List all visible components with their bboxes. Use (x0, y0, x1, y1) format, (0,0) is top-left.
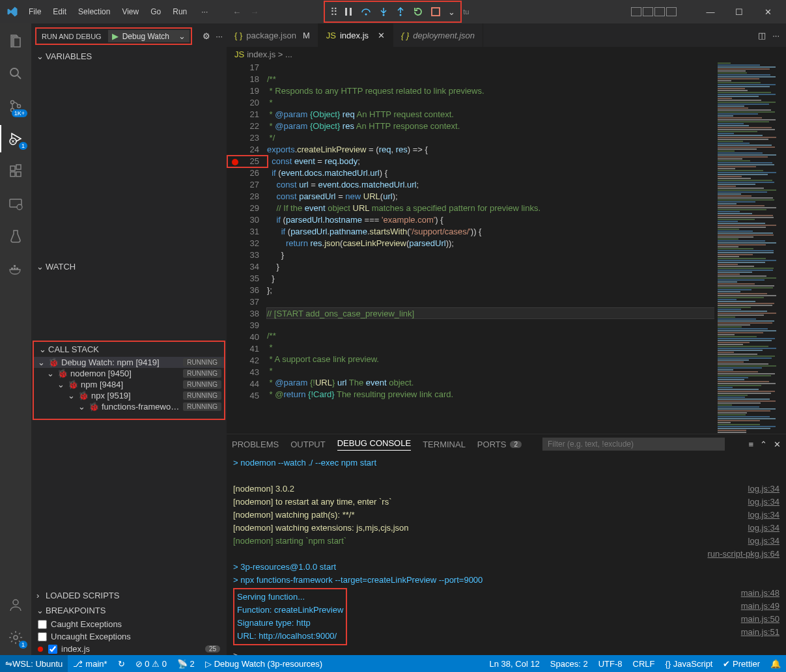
ports-status[interactable]: 📡 2 (172, 655, 200, 672)
remote-indicator[interactable]: ⇋WSL: Ubuntu (0, 655, 68, 672)
code-body[interactable]: /** * Responds to any HTTP request relat… (264, 62, 714, 434)
minimap[interactable] (714, 62, 786, 434)
layout-customize-icon[interactable] (666, 7, 677, 16)
bp-caught-checkbox[interactable] (38, 620, 47, 629)
panel-close-icon[interactable]: ✕ (774, 440, 781, 449)
call-stack-section: ⌄CALL STACK ⌄🐞Debug Watch: npm [9419]RUN… (33, 341, 225, 420)
tab-index-js[interactable]: JSindex.js✕ (318, 23, 393, 47)
bp-file-row[interactable]: index.js25 (31, 643, 227, 655)
encoding[interactable]: UTF-8 (593, 659, 628, 669)
bp-file-checkbox[interactable] (48, 645, 57, 654)
callstack-body: ⌄🐞Debug Watch: npm [9419]RUNNING⌄🐞nodemo… (34, 357, 224, 412)
start-debug-icon[interactable]: ▶ (112, 31, 119, 41)
stop-icon[interactable] (431, 7, 440, 16)
menu-view[interactable]: View (117, 5, 144, 19)
breakpoints-header[interactable]: ⌄BREAKPOINTS (31, 603, 227, 618)
panel-tab-problems[interactable]: PROBLEMS (232, 440, 279, 449)
settings-icon[interactable]: 1 (0, 624, 31, 651)
step-into-icon[interactable] (379, 7, 388, 16)
svg-point-17 (17, 204, 22, 210)
layout-right-icon[interactable] (654, 7, 665, 16)
callstack-row[interactable]: ⌄🐞npx [9519]RUNNING (34, 390, 224, 401)
remote-explorer-icon[interactable] (0, 190, 31, 217)
loaded-scripts-header[interactable]: ›LOADED SCRIPTS (31, 588, 227, 603)
menu-go[interactable]: Go (145, 5, 166, 19)
cursor-position[interactable]: Ln 38, Col 12 (484, 659, 545, 669)
tab-deployment-json[interactable]: { }deployment.json (393, 23, 483, 47)
menu-run[interactable]: Run (167, 5, 192, 19)
panel-tab-output[interactable]: OUTPUT (290, 440, 325, 449)
bp-uncaught-exceptions[interactable]: Uncaught Exceptions (31, 630, 227, 643)
launch-config-dropdown[interactable]: ▶ Debug Watch ⌄ (108, 30, 189, 42)
code-editor[interactable]: 1718192021222324252627282930313233343536… (227, 62, 786, 434)
bp-caught-exceptions[interactable]: Caught Exceptions (31, 618, 227, 630)
console-settings-icon[interactable]: ≡ (748, 440, 753, 449)
bp-uncaught-checkbox[interactable] (38, 632, 47, 641)
minimize-icon[interactable]: — (696, 0, 725, 23)
layout-bottom-icon[interactable] (643, 7, 653, 16)
git-branch[interactable]: ⎇main* (68, 655, 112, 672)
testing-icon[interactable] (0, 223, 31, 250)
layout-left-icon[interactable] (631, 7, 641, 16)
prettier-status[interactable]: ✔ Prettier (718, 659, 765, 669)
branch-icon: ⎇ (73, 659, 83, 669)
nav-back-icon[interactable]: ← (232, 7, 241, 17)
js-file-icon: JS (326, 31, 336, 40)
extensions-icon[interactable] (0, 158, 31, 185)
callstack-row[interactable]: ⌄🐞Debug Watch: npm [9419]RUNNING (34, 357, 224, 368)
svg-point-6 (10, 68, 18, 76)
callstack-row[interactable]: ⌄🐞nodemon [9450]RUNNING (34, 368, 224, 379)
watch-section-header[interactable]: ⌄WATCH (31, 259, 227, 274)
source-control-icon[interactable]: 1K+ (0, 92, 31, 120)
breadcrumbs[interactable]: JSindex.js > ... (227, 47, 786, 62)
restart-icon[interactable] (413, 7, 423, 17)
callstack-row[interactable]: ⌄🐞functions-framework [954…RUNNING (34, 401, 224, 412)
split-editor-icon[interactable]: ◫ (758, 31, 766, 40)
line-gutter[interactable]: 1718192021222324252627282930313233343536… (227, 62, 264, 434)
callstack-section-header[interactable]: ⌄CALL STACK (34, 342, 224, 357)
panel-tab-terminal[interactable]: TERMINAL (423, 440, 466, 449)
run-debug-icon[interactable]: 1 (0, 125, 31, 152)
svg-point-10 (18, 105, 21, 108)
close-icon[interactable]: ✕ (753, 0, 782, 23)
indentation[interactable]: Spaces: 2 (545, 659, 593, 669)
explorer-icon[interactable] (0, 27, 31, 55)
svg-point-3 (383, 14, 385, 16)
tab-more-icon[interactable]: ··· (772, 31, 779, 40)
eol[interactable]: CRLF (628, 659, 660, 669)
chevron-down-icon[interactable]: ⌄ (178, 31, 186, 41)
accounts-icon[interactable] (0, 591, 31, 619)
tab-package-json[interactable]: { }package.jsonM (227, 23, 318, 47)
variables-section-header[interactable]: ⌄VARIABLES (31, 49, 227, 64)
pause-icon[interactable] (344, 7, 353, 16)
debug-config-chevron-icon[interactable]: ⌄ (448, 7, 455, 17)
grip-icon[interactable]: ⠿ (330, 6, 336, 18)
step-over-icon[interactable] (361, 7, 371, 16)
search-icon[interactable] (0, 60, 31, 87)
problems-status[interactable]: ⊘ 0 ⚠ 0 (130, 655, 172, 672)
close-tab-icon[interactable]: ✕ (378, 31, 385, 40)
more-icon[interactable]: ··· (216, 31, 223, 41)
panel-tab-ports[interactable]: PORTS (477, 440, 507, 449)
maximize-icon[interactable]: ☐ (725, 0, 753, 23)
notifications-icon[interactable]: 🔔 (765, 659, 786, 669)
console-input[interactable]: > (233, 649, 779, 655)
menu-more-icon[interactable]: ··· (196, 5, 213, 19)
svg-rect-13 (10, 172, 15, 176)
callstack-row[interactable]: ⌄🐞npm [9484]RUNNING (34, 379, 224, 390)
panel-tab-debug-console[interactable]: DEBUG CONSOLE (337, 438, 411, 451)
breakpoint-marker[interactable] (227, 155, 268, 168)
panel-maximize-icon[interactable]: ⌃ (760, 440, 767, 449)
debug-status[interactable]: ▷Debug Watch (3p-resources) (200, 655, 328, 672)
bottom-panel: PROBLEMS OUTPUT DEBUG CONSOLE TERMINAL P… (227, 434, 786, 655)
debug-console-output[interactable]: > nodemon --watch ./ --exec npm start [n… (227, 454, 786, 655)
docker-icon[interactable] (0, 255, 31, 283)
console-filter-input[interactable] (542, 438, 725, 451)
step-out-icon[interactable] (396, 7, 405, 16)
git-sync[interactable]: ↻ (113, 655, 130, 672)
menu-selection[interactable]: Selection (73, 5, 115, 19)
menu-file[interactable]: File (23, 5, 46, 19)
language-mode[interactable]: {} JavaScript (660, 659, 718, 669)
menu-edit[interactable]: Edit (48, 5, 72, 19)
gear-icon[interactable]: ⚙ (203, 31, 210, 41)
